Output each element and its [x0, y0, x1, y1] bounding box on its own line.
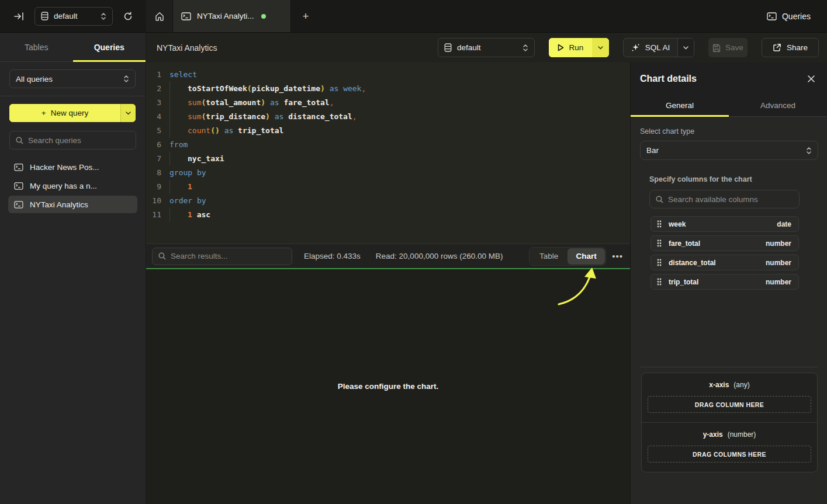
chart-type-label: Select chart type	[640, 127, 818, 135]
column-name: distance_total	[669, 259, 716, 267]
save-button[interactable]: Save	[708, 38, 748, 57]
sql-ai-main[interactable]: SQL AI	[624, 39, 677, 57]
view-toggle-chart[interactable]: Chart	[568, 248, 605, 265]
page-title: NYTaxi Analytics	[157, 43, 217, 53]
queries-filter-value: All queries	[16, 75, 118, 84]
column-name: fare_total	[669, 239, 700, 248]
database-selector-main[interactable]: default	[438, 38, 535, 57]
sql-editor[interactable]: 1select2toStartOfWeek(pickup_datetime) a…	[146, 62, 630, 244]
query-list-item-selected[interactable]: NYTaxi Analytics	[8, 196, 137, 213]
toolbar-actions: default Run SQL AI	[438, 38, 819, 57]
x-axis-drop-zone[interactable]: DRAG COLUMN HERE	[648, 396, 811, 413]
share-icon	[773, 43, 781, 52]
columns-search-box	[649, 190, 800, 208]
line-number: 11	[146, 208, 161, 222]
query-terminal-icon	[14, 182, 23, 190]
tab-title: NYTaxi Analyti...	[197, 12, 254, 20]
refresh-button[interactable]	[121, 9, 135, 23]
column-chip-trip-total[interactable]: trip_total number	[650, 274, 799, 290]
search-results-box	[152, 248, 292, 265]
tab-home[interactable]	[146, 0, 173, 32]
tab-general[interactable]: General	[631, 95, 729, 116]
line-number: 5	[146, 124, 161, 138]
column-chip-week[interactable]: week date	[650, 216, 799, 232]
x-axis-title: x-axis(any)	[648, 381, 811, 389]
columns-label: Specify columns for the chart	[649, 175, 800, 183]
unsaved-dot-icon	[261, 14, 266, 19]
column-chip-distance-total[interactable]: distance_total number	[650, 255, 799, 270]
more-options-button[interactable]: •••	[612, 251, 623, 261]
drag-handle-icon	[657, 239, 662, 247]
query-list-item[interactable]: My query has a n...	[8, 177, 137, 194]
database-icon	[41, 12, 49, 20]
chart-panel-header: Chart details	[631, 62, 827, 95]
sql-ai-dropdown-button[interactable]	[677, 39, 694, 57]
top-bar: default NYTaxi Analyti... +	[0, 0, 827, 33]
line-number: 8	[146, 166, 161, 180]
query-terminal-icon	[181, 12, 191, 20]
query-toolbar: NYTaxi Analytics default Run	[146, 33, 827, 62]
collapse-sidebar-button[interactable]	[12, 10, 26, 23]
share-label: Share	[787, 43, 808, 52]
y-axis-hint: (number)	[728, 430, 756, 439]
columns-search-input[interactable]	[668, 195, 793, 204]
chart-type-select[interactable]: Bar	[640, 141, 818, 160]
close-icon	[807, 75, 815, 83]
drag-handle-icon	[657, 220, 662, 228]
run-dropdown-button[interactable]	[592, 38, 609, 57]
run-label: Run	[569, 43, 584, 52]
line-number: 2	[146, 82, 161, 96]
view-toggle-table[interactable]: Table	[530, 248, 568, 265]
sidebar-tab-queries[interactable]: Queries	[73, 33, 146, 61]
y-axis-drop-zone[interactable]: DRAG COLUMNS HERE	[648, 446, 811, 463]
database-selector-value: default	[457, 43, 517, 52]
collapse-sidebar-icon	[14, 12, 24, 20]
share-button[interactable]: Share	[762, 38, 819, 57]
chart-area: Please configure the chart.	[146, 269, 630, 504]
run-button[interactable]: Run	[549, 38, 609, 57]
code-line: 10order by	[146, 194, 630, 208]
query-list: Hacker News Pos... My query has a n... N…	[0, 157, 146, 214]
sidebar-tab-tables[interactable]: Tables	[0, 33, 73, 61]
search-queries-input[interactable]	[28, 136, 132, 145]
read-stat: Read: 20,000,000 rows (260.00 MB)	[376, 252, 503, 260]
new-tab-button[interactable]: +	[291, 0, 320, 32]
x-axis-label: x-axis	[709, 381, 729, 389]
code-line: 6from	[146, 138, 630, 152]
chart-panel-title: Chart details	[640, 74, 697, 84]
sidebar-tabs: Tables Queries	[0, 33, 146, 62]
close-panel-button[interactable]	[805, 72, 818, 85]
query-list-item[interactable]: Hacker News Pos...	[8, 158, 137, 176]
sidebar: Tables Queries All queries + New query	[0, 33, 146, 504]
code-line: 8group by	[146, 166, 630, 180]
line-number: 4	[146, 110, 161, 124]
y-axis-title: y-axis(number)	[648, 430, 811, 439]
queries-button[interactable]: Queries	[767, 12, 811, 21]
new-query-dropdown-button[interactable]	[120, 104, 136, 122]
search-icon	[656, 196, 663, 203]
chevron-updown-icon	[101, 12, 106, 20]
line-number: 7	[146, 152, 161, 166]
code-line: 91	[146, 180, 630, 194]
more-options-icon: •••	[612, 251, 623, 261]
save-icon	[712, 44, 721, 52]
line-number: 10	[146, 194, 161, 208]
search-results-input[interactable]	[171, 252, 286, 260]
chart-panel-body: Select chart type Bar Specify columns fo…	[631, 117, 827, 472]
view-toggle: Table Chart	[529, 247, 606, 266]
tab-advanced[interactable]: Advanced	[729, 95, 827, 116]
tab-nytaxi-analytics[interactable]: NYTaxi Analyti...	[173, 0, 291, 32]
column-type: number	[766, 259, 791, 267]
sparkle-icon	[631, 43, 640, 52]
run-button-main[interactable]: Run	[549, 38, 592, 57]
drag-handle-icon	[657, 278, 662, 286]
sql-ai-button[interactable]: SQL AI	[623, 38, 694, 57]
column-chip-fare-total[interactable]: fare_total number	[650, 235, 799, 251]
search-queries-section	[0, 130, 146, 157]
queries-filter-select[interactable]: All queries	[9, 69, 136, 88]
database-selector-top[interactable]: default	[34, 7, 113, 26]
elapsed-stat: Elapsed: 0.433s	[304, 252, 361, 260]
new-query-button[interactable]: + New query	[9, 104, 136, 122]
column-name: trip_total	[669, 278, 698, 286]
database-selector-value: default	[54, 12, 95, 20]
